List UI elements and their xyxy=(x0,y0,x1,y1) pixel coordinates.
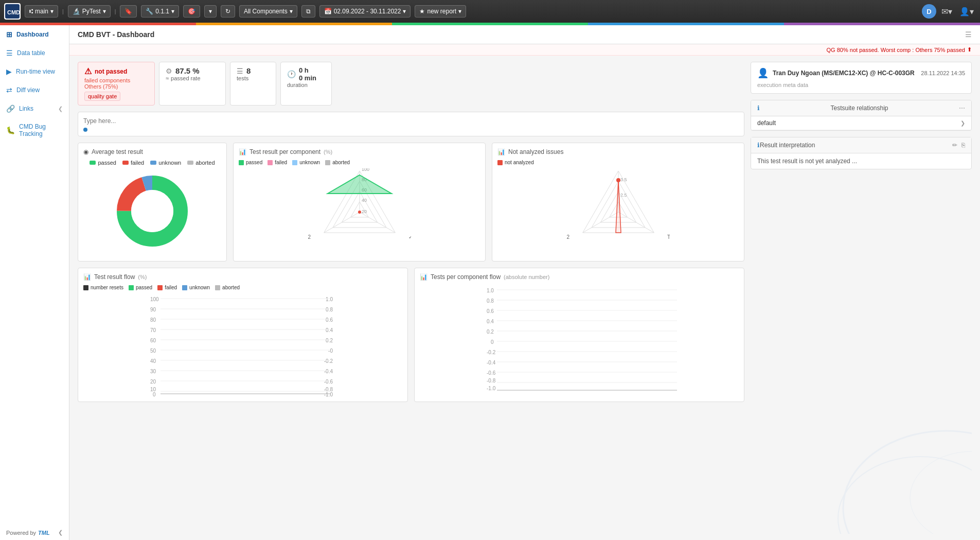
svg-text:40: 40 xyxy=(362,198,367,203)
not-passed-label: not passed xyxy=(95,68,127,75)
exec-meta-card: 👤 Tran Duy Ngoan (MS/EMC12-XC) @ HC-C-00… xyxy=(751,62,972,94)
passed-rate-card: ⚙ 87.5 % ≈ passed rate xyxy=(159,62,226,106)
alert-bar: QG 80% not passed. Worst comp : Others 7… xyxy=(69,44,980,56)
svg-text:0.2: 0.2 xyxy=(326,338,333,343)
refresh-btn[interactable]: ↻ xyxy=(221,5,235,18)
duration-card: 🕐 0 h 0 min duration xyxy=(280,62,332,106)
sidebar-item-dashboard[interactable]: ⊞ Dashboard xyxy=(0,25,69,44)
radar-chart-component: Others ✓ Testsuite1 ✓ Testsuite2 xyxy=(239,168,480,256)
runtime-icon: ▶ xyxy=(6,67,12,76)
tests-card: ☰ 8 tests xyxy=(230,62,276,106)
bookmark-btn[interactable]: 🔖 xyxy=(120,5,137,18)
svg-text:40: 40 xyxy=(150,358,156,364)
sidebar-collapse-icon[interactable]: ❮ xyxy=(58,529,63,536)
logo: CMD xyxy=(4,3,21,20)
sidebar-item-cmd-bug[interactable]: 🐛 CMD Bug Tracking xyxy=(0,118,69,143)
sidebar-item-links[interactable]: 🔗 Links ❮ xyxy=(0,99,69,118)
donut-chart xyxy=(83,170,221,252)
version-selector[interactable]: 🔧 0.1.1 ▾ xyxy=(141,5,179,18)
svg-text:30: 30 xyxy=(150,369,156,374)
exec-meta-date: 28.11.2022 14:35 xyxy=(921,70,965,76)
svg-text:0: 0 xyxy=(491,339,494,345)
duration-value2: 0 min xyxy=(299,74,316,82)
date-range-selector[interactable]: 📅 02.09.2022 - 30.11.2022 ▾ xyxy=(319,5,411,18)
testsuite-dropdown[interactable]: default ❯ xyxy=(751,116,971,130)
svg-text:0.8: 0.8 xyxy=(326,307,333,312)
svg-text:1.0: 1.0 xyxy=(487,288,494,293)
components-selector[interactable]: All Components ▾ xyxy=(239,5,297,18)
svg-text:-0: -0 xyxy=(328,348,333,354)
testsuite-chevron-icon: ❯ xyxy=(960,120,965,127)
result-interpretation-card: ℹ Result interpretation ✏ ⎘ This test re… xyxy=(751,137,972,169)
tests-value: 8 xyxy=(246,66,251,75)
sidebar-item-diff-view[interactable]: ⇄ Diff view xyxy=(0,81,69,99)
stats-row: ⚠ not passed failed components Others (7… xyxy=(78,62,744,106)
avg-result-title: Average test result xyxy=(92,148,143,155)
target-dropdown[interactable]: ▾ xyxy=(204,5,217,18)
version-icon: 🔧 xyxy=(146,8,153,15)
chart-icon-component: 📊 xyxy=(239,148,246,155)
result-text: This test result is not yet analyzed ... xyxy=(757,158,857,165)
svg-text:80: 80 xyxy=(150,317,156,323)
svg-point-22 xyxy=(358,211,361,214)
left-panel: ⚠ not passed failed components Others (7… xyxy=(78,62,744,534)
user-icon[interactable]: 👤▾ xyxy=(957,5,976,19)
links-collapse-icon: ❮ xyxy=(58,106,63,112)
component-result-card: 📊 Test result per component (%) passed f… xyxy=(233,143,486,262)
radar-chart-not-analyzed: Others Testsuite1 Testsuite2 3.5 2.5 xyxy=(497,168,739,256)
testsuite-info-icon: ℹ xyxy=(757,104,760,112)
list-icon: ☰ xyxy=(237,67,243,75)
svg-text:0.2: 0.2 xyxy=(487,329,494,335)
content-area: ⚠ not passed failed components Others (7… xyxy=(69,56,980,540)
clock-icon: 🕐 xyxy=(287,70,296,78)
user-avatar[interactable]: D xyxy=(922,4,936,19)
passed-rate-value: 87.5 % xyxy=(175,66,200,75)
target-btn[interactable]: 🎯 xyxy=(183,5,200,18)
svg-text:✓ Testsuite1: ✓ Testsuite1 xyxy=(408,234,411,240)
dot-indicator xyxy=(83,128,87,132)
donut-legend: passed failed unknown aborted xyxy=(83,160,221,166)
framework-selector[interactable]: 🔬 PyTest ▾ xyxy=(68,5,111,18)
result-copy-icon[interactable]: ⎘ xyxy=(961,142,965,149)
chart-icon-flow: 📊 xyxy=(83,273,91,281)
duration-value: 0 h xyxy=(299,66,316,74)
svg-text:0: 0 xyxy=(153,392,156,396)
text-input[interactable] xyxy=(83,115,739,127)
chart-icon-not-analyzed: 📊 xyxy=(497,148,505,155)
mail-icon[interactable]: ✉▾ xyxy=(939,5,954,19)
result-content: This test result is not yet analyzed ... xyxy=(751,153,971,169)
sidebar-footer: Powered by TML ❮ xyxy=(0,525,69,540)
right-panel: 👤 Tran Duy Ngoan (MS/EMC12-XC) @ HC-C-00… xyxy=(751,62,972,534)
testsuite-value: default xyxy=(757,119,776,127)
svg-text:-0.2: -0.2 xyxy=(324,358,333,364)
new-report-btn[interactable]: ★ new report ▾ xyxy=(415,5,466,18)
testsuite-dots-icon[interactable]: ⋯ xyxy=(959,104,965,112)
result-edit-icon[interactable]: ✏ xyxy=(952,142,957,149)
not-analyzed-card: 📊 Not analyzed issues not analyzed Other… xyxy=(492,143,744,262)
svg-text:100: 100 xyxy=(150,297,159,302)
svg-text:-1.0: -1.0 xyxy=(487,386,496,391)
page-title: CMD BVT - Dashboard xyxy=(78,30,154,39)
branch-selector[interactable]: ⑆ main ▾ xyxy=(25,5,58,18)
sidebar-item-runtime-view[interactable]: ▶ Run-time view xyxy=(0,62,69,81)
exec-meta-label: execution meta data xyxy=(757,82,965,88)
chart-icon-avg: ◉ xyxy=(83,148,88,155)
svg-text:70: 70 xyxy=(150,327,156,333)
copy-btn[interactable]: ⧉ xyxy=(301,5,315,18)
svg-text:0.6: 0.6 xyxy=(326,317,333,323)
sidebar-item-data-table[interactable]: ☰ Data table xyxy=(0,44,69,62)
bug-icon: 🐛 xyxy=(6,126,15,134)
page-header: CMD BVT - Dashboard ☰ xyxy=(69,25,980,44)
svg-text:Testsuite1: Testsuite1 xyxy=(667,234,670,240)
warning-icon: ⚠ xyxy=(84,66,92,76)
component-legend: passed failed unknown aborted xyxy=(239,160,480,165)
svg-text:-0.4: -0.4 xyxy=(324,369,333,374)
approx-icon: ≈ xyxy=(166,75,169,81)
svg-text:20: 20 xyxy=(362,209,367,214)
svg-text:0.6: 0.6 xyxy=(487,308,494,314)
alert-text: QG 80% not passed. Worst comp : Others 7… xyxy=(827,47,965,53)
alert-icon: ⬆ xyxy=(967,46,972,53)
page-menu-icon[interactable]: ☰ xyxy=(965,30,972,39)
result-title: Result interpretation xyxy=(760,142,815,149)
svg-text:0.4: 0.4 xyxy=(487,319,494,324)
